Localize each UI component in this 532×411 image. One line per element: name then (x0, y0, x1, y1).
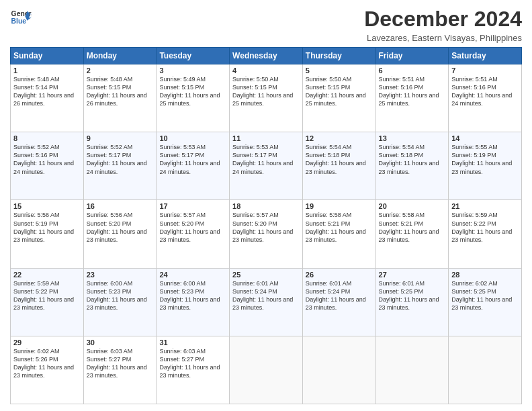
table-row: 17 Sunrise: 5:57 AM Sunset: 5:20 PM Dayl… (157, 200, 230, 268)
day-info: Sunrise: 5:50 AM Sunset: 5:15 PM Dayligh… (232, 75, 300, 108)
day-number: 23 (87, 271, 154, 279)
table-row: 23 Sunrise: 6:00 AM Sunset: 5:23 PM Dayl… (83, 268, 157, 336)
table-row: 21 Sunrise: 5:59 AM Sunset: 5:22 PM Dayl… (449, 200, 522, 268)
table-row: 5 Sunrise: 5:50 AM Sunset: 5:15 PM Dayli… (302, 64, 375, 132)
table-row: 22 Sunrise: 5:59 AM Sunset: 5:22 PM Dayl… (11, 268, 84, 336)
day-number: 27 (379, 271, 446, 279)
col-thursday: Thursday (302, 48, 375, 64)
table-row: 10 Sunrise: 5:53 AM Sunset: 5:17 PM Dayl… (157, 132, 230, 200)
table-row: 26 Sunrise: 6:01 AM Sunset: 5:24 PM Dayl… (302, 268, 375, 336)
day-number: 31 (159, 338, 226, 347)
day-number: 26 (306, 271, 373, 279)
calendar-week-row: 22 Sunrise: 5:59 AM Sunset: 5:22 PM Dayl… (11, 268, 522, 336)
day-info: Sunrise: 5:54 AM Sunset: 5:18 PM Dayligh… (306, 143, 373, 176)
day-info: Sunrise: 5:56 AM Sunset: 5:20 PM Dayligh… (87, 211, 154, 244)
day-number: 19 (306, 202, 373, 210)
table-row: 24 Sunrise: 6:00 AM Sunset: 5:23 PM Dayl… (157, 268, 230, 336)
day-info: Sunrise: 6:03 AM Sunset: 5:27 PM Dayligh… (159, 347, 226, 380)
col-friday: Friday (375, 48, 449, 64)
table-row: 28 Sunrise: 6:02 AM Sunset: 5:25 PM Dayl… (449, 268, 522, 336)
day-info: Sunrise: 6:01 AM Sunset: 5:24 PM Dayligh… (306, 279, 373, 312)
day-number: 18 (232, 202, 300, 210)
day-number: 6 (379, 66, 446, 75)
calendar-week-row: 8 Sunrise: 5:52 AM Sunset: 5:16 PM Dayli… (11, 132, 522, 200)
day-number: 14 (451, 134, 519, 142)
calendar-week-row: 1 Sunrise: 5:48 AM Sunset: 5:14 PM Dayli… (11, 64, 522, 132)
day-number: 30 (87, 338, 154, 347)
day-number: 22 (13, 271, 81, 279)
logo-icon: General Blue (10, 7, 32, 28)
table-row: 29 Sunrise: 6:02 AM Sunset: 5:26 PM Dayl… (11, 336, 84, 404)
table-row: 11 Sunrise: 5:53 AM Sunset: 5:17 PM Dayl… (230, 132, 303, 200)
day-info: Sunrise: 5:55 AM Sunset: 5:19 PM Dayligh… (451, 143, 519, 176)
day-number: 9 (87, 134, 154, 142)
table-row: 19 Sunrise: 5:58 AM Sunset: 5:21 PM Dayl… (302, 200, 375, 268)
day-number: 10 (159, 134, 226, 142)
calendar-week-row: 15 Sunrise: 5:56 AM Sunset: 5:19 PM Dayl… (11, 200, 522, 268)
day-info: Sunrise: 5:51 AM Sunset: 5:16 PM Dayligh… (451, 75, 519, 108)
day-info: Sunrise: 5:59 AM Sunset: 5:22 PM Dayligh… (13, 279, 81, 312)
day-info: Sunrise: 6:03 AM Sunset: 5:27 PM Dayligh… (87, 347, 154, 380)
day-number: 21 (451, 202, 519, 210)
table-row: 4 Sunrise: 5:50 AM Sunset: 5:15 PM Dayli… (230, 64, 303, 132)
day-info: Sunrise: 5:52 AM Sunset: 5:16 PM Dayligh… (13, 143, 81, 176)
calendar-week-row: 29 Sunrise: 6:02 AM Sunset: 5:26 PM Dayl… (11, 336, 522, 404)
day-number: 8 (13, 134, 81, 142)
day-number: 17 (159, 202, 226, 210)
day-info: Sunrise: 5:53 AM Sunset: 5:17 PM Dayligh… (159, 143, 226, 176)
day-info: Sunrise: 5:50 AM Sunset: 5:15 PM Dayligh… (306, 75, 373, 108)
table-row: 3 Sunrise: 5:49 AM Sunset: 5:15 PM Dayli… (157, 64, 230, 132)
day-info: Sunrise: 5:49 AM Sunset: 5:15 PM Dayligh… (159, 75, 226, 108)
day-number: 4 (232, 66, 300, 75)
day-info: Sunrise: 5:56 AM Sunset: 5:19 PM Dayligh… (13, 211, 81, 244)
day-number: 24 (159, 271, 226, 279)
day-number: 25 (232, 271, 300, 279)
table-row: 8 Sunrise: 5:52 AM Sunset: 5:16 PM Dayli… (11, 132, 84, 200)
table-row: 9 Sunrise: 5:52 AM Sunset: 5:17 PM Dayli… (83, 132, 157, 200)
table-row: 25 Sunrise: 6:01 AM Sunset: 5:24 PM Dayl… (230, 268, 303, 336)
day-info: Sunrise: 5:52 AM Sunset: 5:17 PM Dayligh… (87, 143, 154, 176)
day-info: Sunrise: 5:53 AM Sunset: 5:17 PM Dayligh… (232, 143, 300, 176)
svg-text:Blue: Blue (11, 17, 27, 25)
table-row: 13 Sunrise: 5:54 AM Sunset: 5:18 PM Dayl… (375, 132, 449, 200)
day-number: 15 (13, 202, 81, 210)
calendar-header-row: Sunday Monday Tuesday Wednesday Thursday… (11, 48, 522, 64)
table-row: 14 Sunrise: 5:55 AM Sunset: 5:19 PM Dayl… (449, 132, 522, 200)
table-row: 20 Sunrise: 5:58 AM Sunset: 5:21 PM Dayl… (375, 200, 449, 268)
table-row: 31 Sunrise: 6:03 AM Sunset: 5:27 PM Dayl… (157, 336, 230, 404)
table-row: 27 Sunrise: 6:01 AM Sunset: 5:25 PM Dayl… (375, 268, 449, 336)
day-number: 2 (87, 66, 154, 75)
calendar: Sunday Monday Tuesday Wednesday Thursday… (10, 47, 522, 404)
day-info: Sunrise: 5:57 AM Sunset: 5:20 PM Dayligh… (232, 211, 300, 244)
table-row (230, 336, 303, 404)
col-saturday: Saturday (449, 48, 522, 64)
day-number: 5 (306, 66, 373, 75)
day-number: 11 (232, 134, 300, 142)
day-info: Sunrise: 5:54 AM Sunset: 5:18 PM Dayligh… (379, 143, 446, 176)
month-title: December 2024 (364, 7, 522, 32)
day-number: 28 (451, 271, 519, 279)
day-number: 3 (159, 66, 226, 75)
table-row (449, 336, 522, 404)
day-info: Sunrise: 5:57 AM Sunset: 5:20 PM Dayligh… (159, 211, 226, 244)
day-info: Sunrise: 6:01 AM Sunset: 5:25 PM Dayligh… (379, 279, 446, 312)
day-number: 7 (451, 66, 519, 75)
day-info: Sunrise: 6:02 AM Sunset: 5:26 PM Dayligh… (13, 347, 81, 380)
table-row (302, 336, 375, 404)
table-row: 18 Sunrise: 5:57 AM Sunset: 5:20 PM Dayl… (230, 200, 303, 268)
table-row: 1 Sunrise: 5:48 AM Sunset: 5:14 PM Dayli… (11, 64, 84, 132)
col-monday: Monday (83, 48, 157, 64)
day-info: Sunrise: 6:00 AM Sunset: 5:23 PM Dayligh… (87, 279, 154, 312)
page-header: General Blue December 2024 Lavezares, Ea… (10, 7, 522, 43)
table-row: 7 Sunrise: 5:51 AM Sunset: 5:16 PM Dayli… (449, 64, 522, 132)
logo: General Blue (10, 7, 32, 28)
table-row: 16 Sunrise: 5:56 AM Sunset: 5:20 PM Dayl… (83, 200, 157, 268)
day-number: 20 (379, 202, 446, 210)
day-number: 16 (87, 202, 154, 210)
table-row: 6 Sunrise: 5:51 AM Sunset: 5:16 PM Dayli… (375, 64, 449, 132)
col-tuesday: Tuesday (157, 48, 230, 64)
day-info: Sunrise: 6:00 AM Sunset: 5:23 PM Dayligh… (159, 279, 226, 312)
day-info: Sunrise: 5:51 AM Sunset: 5:16 PM Dayligh… (379, 75, 446, 108)
day-info: Sunrise: 6:01 AM Sunset: 5:24 PM Dayligh… (232, 279, 300, 312)
day-info: Sunrise: 5:48 AM Sunset: 5:14 PM Dayligh… (13, 75, 81, 108)
